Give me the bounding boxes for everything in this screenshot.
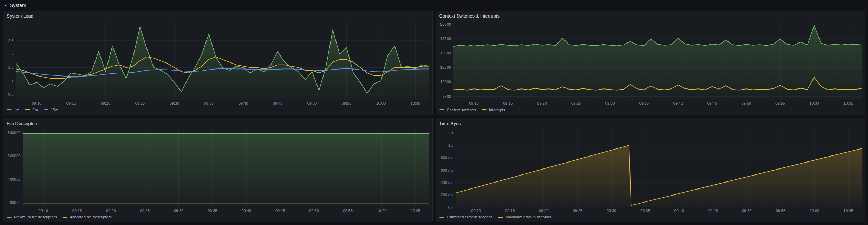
x-tick-label: 09:30 (606, 209, 616, 213)
x-tick-label: 09:45 (708, 209, 717, 213)
x-tick-label: 09:10 (469, 101, 478, 106)
x-tick-label: 09:35 (640, 209, 650, 213)
time-series-chart[interactable]: 7500100001250015000175002000009:1009:150… (436, 20, 865, 107)
legend: Estimated error in secondsMaximum error … (436, 214, 865, 222)
legend: 1m5m15m (3, 107, 432, 115)
y-tick-label: 1.2 s (445, 131, 453, 135)
x-tick-label: 10:00 (809, 101, 819, 106)
panel-title[interactable]: System Load (3, 11, 432, 20)
legend-item-allocated-file-descriptors[interactable]: Allocated file descriptors (63, 215, 112, 219)
y-tick-label: 1 (12, 79, 14, 83)
legend-item-maximum-error-in-seconds[interactable]: Maximum error in seconds (498, 215, 551, 219)
y-tick-label: 800000 (8, 130, 21, 134)
x-tick-label: 09:35 (208, 209, 217, 213)
x-tick-label: 09:50 (741, 101, 751, 106)
x-tick-label: 09:50 (307, 101, 317, 106)
x-tick-label: 09:25 (140, 209, 150, 213)
y-tick-label: 400 ms (440, 180, 453, 184)
x-tick-label: 09:40 (673, 101, 683, 106)
legend: Context switchesInterrupts (436, 107, 865, 115)
legend-item-1m[interactable]: 1m (7, 108, 19, 112)
x-tick-label: 09:10 (32, 101, 41, 106)
legend-label: Maximum error in seconds (505, 215, 551, 219)
time-series-chart[interactable]: 0.511.522.5309:1009:1509:2009:2509:3009:… (3, 20, 432, 107)
y-tick-label: 12500 (440, 65, 451, 70)
y-tick-label: 200000 (8, 200, 21, 205)
y-tick-label: 600 ms (440, 168, 453, 172)
x-tick-label: 09:10 (471, 209, 481, 213)
x-tick-label: 09:15 (503, 101, 513, 106)
x-tick-label: 09:30 (605, 101, 614, 106)
x-tick-label: 09:20 (101, 101, 110, 106)
x-tick-label: 10:05 (411, 209, 420, 213)
y-tick-label: 15000 (440, 51, 451, 55)
y-tick-label: 1.5 (8, 65, 13, 70)
legend-item-estimated-error-in-seconds[interactable]: Estimated error in seconds (439, 215, 493, 219)
x-tick-label: 09:40 (242, 209, 251, 213)
y-tick-label: 0 s (448, 205, 453, 209)
y-tick-label: 2.5 (8, 39, 13, 43)
y-tick-label: 17500 (440, 37, 451, 41)
panel-time-sync: Time Sync 0 s200 ms400 ms600 ms800 ms1 s… (436, 118, 866, 223)
x-tick-label: 09:55 (343, 209, 353, 213)
series-area-context-switches (453, 26, 862, 100)
legend-item-interrupts[interactable]: Interrupts (482, 108, 505, 112)
series-color-swatch (7, 109, 12, 110)
x-tick-label: 09:20 (537, 101, 547, 106)
legend-label: Estimated error in seconds (447, 215, 493, 219)
y-tick-label: 200 ms (440, 193, 453, 197)
legend: Maximum file descriptorsAllocated file d… (3, 214, 432, 222)
x-tick-label: 09:25 (571, 101, 580, 106)
legend-label: Context switches (447, 108, 476, 112)
x-tick-label: 09:25 (573, 209, 582, 213)
x-tick-label: 09:30 (174, 209, 183, 213)
panel-title[interactable]: Time Sync (436, 118, 865, 127)
y-tick-label: 20000 (440, 22, 451, 26)
x-tick-label: 09:20 (106, 209, 116, 213)
legend-label: Maximum file descriptors (14, 215, 57, 219)
x-tick-label: 09:50 (309, 209, 319, 213)
row-title: System (10, 2, 26, 8)
row-header-system[interactable]: System (3, 1, 865, 9)
chevron-down-icon (4, 3, 8, 7)
y-tick-label: 2 (12, 52, 14, 56)
x-tick-label: 09:10 (39, 209, 48, 213)
x-tick-label: 10:00 (809, 209, 819, 213)
panel-system-load: System Load 0.511.522.5309:1009:1509:200… (3, 11, 433, 115)
legend-item-15m[interactable]: 15m (44, 108, 58, 112)
panel-title[interactable]: File Descriptors (3, 118, 432, 127)
legend-label: Allocated file descriptors (70, 215, 112, 219)
series-color-swatch (482, 109, 487, 110)
series-area-maximum-file-descriptors (23, 133, 429, 207)
x-tick-label: 09:15 (505, 209, 514, 213)
series-color-swatch (7, 217, 12, 218)
x-tick-label: 09:30 (170, 101, 179, 106)
x-tick-label: 09:45 (273, 101, 282, 106)
x-tick-label: 10:00 (377, 209, 386, 213)
y-tick-label: 3 (12, 25, 14, 29)
x-tick-label: 09:55 (775, 101, 785, 106)
y-tick-label: 0.5 (8, 92, 13, 97)
x-tick-label: 10:05 (843, 209, 853, 213)
panel-file-descriptors: File Descriptors 20000040000060000080000… (3, 118, 433, 223)
y-tick-label: 1 s (448, 143, 453, 147)
legend-item-maximum-file-descriptors[interactable]: Maximum file descriptors (7, 215, 57, 219)
legend-label: Interrupts (489, 108, 505, 112)
y-tick-label: 800 ms (440, 155, 453, 160)
x-tick-label: 09:45 (275, 209, 285, 213)
legend-label: 5m (32, 108, 38, 112)
panel-title[interactable]: Context Switches & Interrupts (436, 11, 865, 20)
time-series-chart[interactable]: 20000040000060000080000009:1009:1509:200… (3, 127, 432, 214)
time-series-chart[interactable]: 0 s200 ms400 ms600 ms800 ms1 s1.2 s09:10… (436, 127, 865, 214)
legend-item-context-switches[interactable]: Context switches (439, 108, 476, 112)
panel-context-switches-interrupts: Context Switches & Interrupts 7500100001… (436, 11, 866, 115)
series-color-swatch (25, 109, 30, 110)
x-tick-label: 10:05 (843, 101, 853, 106)
legend-item-5m[interactable]: 5m (25, 108, 38, 112)
y-tick-label: 10000 (440, 80, 451, 84)
series-color-swatch (439, 217, 444, 218)
y-tick-label: 7500 (442, 94, 451, 99)
y-tick-label: 400000 (8, 177, 21, 181)
x-tick-label: 09:55 (776, 209, 785, 213)
legend-label: 1m (14, 108, 19, 112)
